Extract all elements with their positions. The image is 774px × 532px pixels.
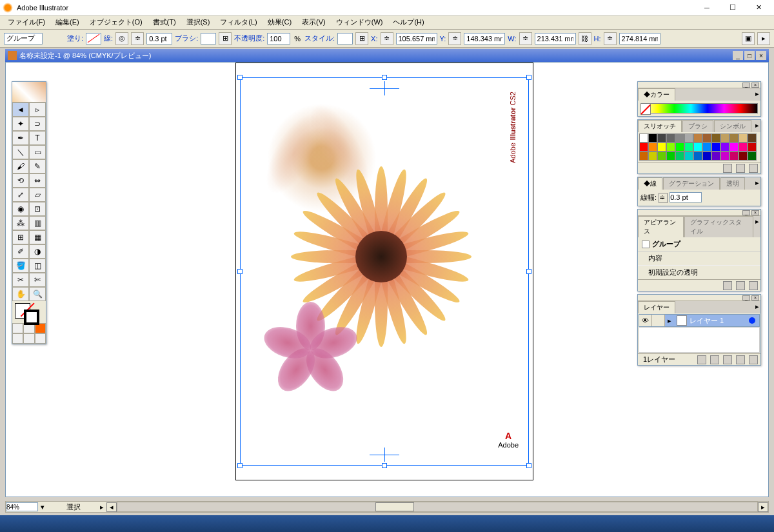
menu-edit[interactable]: 編集(E) xyxy=(50,15,84,29)
swatch[interactable] xyxy=(675,143,684,152)
mesh-tool[interactable]: ⊞ xyxy=(12,230,29,244)
h-field[interactable] xyxy=(619,33,660,44)
gradient-tool[interactable]: ▦ xyxy=(29,230,46,244)
stroke-weight-panel-field[interactable] xyxy=(670,192,702,202)
selection-handle[interactable] xyxy=(526,269,531,274)
shear-tool[interactable]: ▱ xyxy=(29,188,46,202)
swatch[interactable] xyxy=(693,143,702,152)
swatch[interactable] xyxy=(648,152,657,161)
swatch[interactable] xyxy=(639,133,648,143)
doc-close-button[interactable]: × xyxy=(756,51,766,60)
tab-symbols[interactable]: シンボル xyxy=(714,120,751,132)
scissors-tool[interactable]: ✄ xyxy=(29,273,46,287)
menu-help[interactable]: ヘルプ(H) xyxy=(388,15,429,29)
selection-box[interactable] xyxy=(240,77,529,466)
x-field[interactable] xyxy=(396,33,437,44)
tab-brushes[interactable]: ブラシ xyxy=(682,120,713,132)
live-paint-select-tool[interactable]: ◫ xyxy=(29,259,46,273)
tab-graphic-styles[interactable]: グラフィックスタイル xyxy=(684,216,753,237)
layer-row[interactable]: 👁 ▸ レイヤー 1 xyxy=(639,314,760,327)
new-swatch-icon[interactable] xyxy=(736,164,745,173)
swatch[interactable] xyxy=(720,143,729,152)
hand-tool[interactable]: ✋ xyxy=(12,287,29,301)
brush-tool[interactable]: 🖌 xyxy=(12,159,29,173)
doc-maximize-button[interactable]: □ xyxy=(744,51,755,60)
lasso-tool[interactable]: ⊃ xyxy=(29,117,46,131)
brush-label[interactable]: ブラシ: xyxy=(175,34,198,43)
layer-name[interactable]: レイヤー 1 xyxy=(690,316,749,326)
swatch[interactable] xyxy=(666,133,675,143)
h-label[interactable]: H: xyxy=(594,35,601,43)
swatch[interactable] xyxy=(693,133,702,143)
palette-toggle-icon[interactable]: ▣ xyxy=(742,32,755,45)
layer-visibility-icon[interactable]: 👁 xyxy=(639,315,652,326)
selection-handle[interactable] xyxy=(382,75,387,80)
tab-transparency[interactable]: 透明 xyxy=(720,177,745,190)
w-field[interactable] xyxy=(535,33,576,44)
swatch[interactable] xyxy=(684,143,693,152)
maximize-button[interactable]: ☐ xyxy=(720,1,746,15)
warp-tool[interactable]: ◉ xyxy=(12,202,29,216)
screen-mode-button[interactable] xyxy=(12,333,23,344)
opacity-label[interactable]: 不透明度: xyxy=(234,34,264,43)
make-clip-icon[interactable] xyxy=(710,355,719,364)
stroke-weight-stepper[interactable]: ≑ xyxy=(131,32,144,45)
swatch[interactable] xyxy=(657,133,666,143)
style-label[interactable]: スタイル: xyxy=(304,34,335,43)
menu-view[interactable]: 表示(V) xyxy=(297,15,331,29)
panel-minimize-button[interactable]: _ xyxy=(742,210,750,215)
appearance-content-row[interactable]: 内容 xyxy=(638,251,760,266)
minimize-button[interactable]: ─ xyxy=(694,1,720,15)
duplicate-icon[interactable] xyxy=(736,281,745,290)
swatch[interactable] xyxy=(639,152,648,161)
fill-stroke-control[interactable] xyxy=(12,301,46,323)
panel-minimize-button[interactable]: _ xyxy=(742,295,750,300)
selection-handle[interactable] xyxy=(382,463,387,468)
none-color-swatch[interactable] xyxy=(640,103,651,115)
style-swatch[interactable] xyxy=(337,33,353,44)
panel-minimize-button[interactable]: _ xyxy=(742,83,750,88)
swatch[interactable] xyxy=(702,152,711,161)
layer-target-icon[interactable] xyxy=(749,317,755,324)
swatch[interactable] xyxy=(657,143,666,152)
status-dropdown-icon[interactable]: ▸ xyxy=(100,503,104,511)
menu-effect[interactable]: 効果(C) xyxy=(263,15,297,29)
swatch[interactable] xyxy=(739,133,748,143)
slice-tool[interactable]: ✂ xyxy=(12,273,29,287)
selection-center-marker[interactable] xyxy=(370,85,399,92)
swatch[interactable] xyxy=(648,133,657,143)
y-label[interactable]: Y: xyxy=(440,35,446,43)
screen-mode-button[interactable] xyxy=(23,333,34,344)
magic-wand-tool[interactable]: ✦ xyxy=(12,117,29,131)
w-stepper[interactable]: ≑ xyxy=(519,32,532,45)
rotate-tool[interactable]: ⟲ xyxy=(12,173,29,188)
delete-layer-icon[interactable] xyxy=(749,355,758,364)
panel-close-button[interactable]: × xyxy=(751,83,759,88)
brush-options-icon[interactable]: ⊞ xyxy=(219,32,232,45)
stroke-indicator[interactable] xyxy=(24,310,39,325)
selection-tool[interactable]: ◄ xyxy=(12,103,29,117)
zoom-field[interactable] xyxy=(6,502,38,511)
tab-color[interactable]: ◆カラー xyxy=(638,88,675,101)
swatch[interactable] xyxy=(684,133,693,143)
stroke-weight-field[interactable] xyxy=(146,33,172,44)
type-tool[interactable]: T xyxy=(29,131,46,145)
menu-file[interactable]: ファイル(F) xyxy=(3,15,50,29)
opacity-field[interactable] xyxy=(267,33,290,44)
appearance-transparency-row[interactable]: 初期設定の透明 xyxy=(638,266,760,279)
y-stepper[interactable]: ≑ xyxy=(448,32,461,45)
swatch-option-icon[interactable] xyxy=(723,164,732,173)
selection-handle[interactable] xyxy=(237,75,243,80)
new-sublayer-icon[interactable] xyxy=(723,355,732,364)
swatch[interactable] xyxy=(711,143,720,152)
tab-appearance[interactable]: アピアランス xyxy=(638,216,684,237)
swatch[interactable] xyxy=(666,143,675,152)
new-layer-icon[interactable] xyxy=(736,355,745,364)
pencil-tool[interactable]: ✎ xyxy=(29,159,46,173)
locate-layer-icon[interactable] xyxy=(697,355,706,364)
zoom-tool[interactable]: 🔍 xyxy=(29,287,46,301)
swatch[interactable] xyxy=(729,133,739,143)
menu-filter[interactable]: フィルタ(L) xyxy=(215,15,262,29)
x-stepper[interactable]: ≑ xyxy=(381,32,393,45)
menu-type[interactable]: 書式(T) xyxy=(148,15,181,29)
